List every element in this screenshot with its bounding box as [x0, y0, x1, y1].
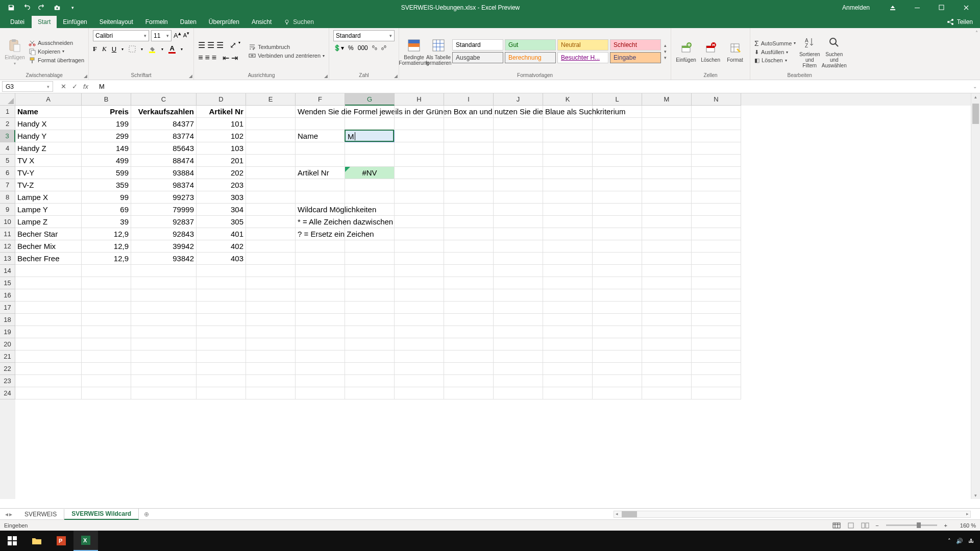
cell[interactable]: 102 — [197, 130, 246, 142]
cell[interactable]: Handy Z — [15, 142, 82, 155]
cell[interactable] — [395, 277, 444, 289]
cell[interactable] — [197, 265, 246, 277]
cell[interactable] — [543, 326, 593, 338]
cell[interactable] — [15, 326, 82, 338]
cell[interactable] — [345, 338, 395, 350]
share-button[interactable]: Teilen — [940, 16, 980, 28]
cell[interactable]: Wildcard Möglichkeiten — [296, 204, 345, 216]
cell[interactable] — [345, 228, 395, 240]
cell[interactable]: Verkaufszahlen — [131, 106, 197, 118]
cell[interactable] — [131, 277, 197, 289]
cell[interactable] — [296, 191, 345, 204]
decrease-decimal-icon[interactable]: ₀⁰ — [381, 44, 386, 52]
cell[interactable]: Name — [15, 106, 82, 118]
cell[interactable]: TV-Y — [15, 167, 82, 179]
find-select-button[interactable]: Suchen und Auswählen — [823, 34, 845, 68]
cell[interactable]: Artikel Nr — [197, 106, 246, 118]
dialog-launcher-icon[interactable]: ◢ — [324, 73, 328, 79]
cell[interactable] — [395, 106, 444, 118]
cell[interactable] — [296, 363, 345, 375]
cell[interactable]: TV X — [15, 155, 82, 167]
cell[interactable] — [296, 375, 345, 387]
cell[interactable] — [692, 326, 741, 338]
decrease-indent-icon[interactable]: ⇤ — [223, 53, 229, 63]
cell[interactable] — [395, 302, 444, 314]
cell[interactable] — [593, 118, 642, 130]
cell[interactable] — [692, 216, 741, 228]
row-header[interactable]: 22 — [0, 363, 15, 375]
cell[interactable] — [345, 118, 395, 130]
cell[interactable] — [131, 265, 197, 277]
cell[interactable] — [593, 130, 642, 142]
cell[interactable] — [543, 118, 593, 130]
row-header[interactable]: 16 — [0, 289, 15, 302]
cell[interactable] — [296, 326, 345, 338]
format-as-table-button[interactable]: Als Tabelle formatieren — [428, 37, 449, 66]
cell[interactable] — [593, 387, 642, 399]
cell[interactable]: 84377 — [131, 118, 197, 130]
cell[interactable] — [15, 338, 82, 350]
cell[interactable] — [692, 167, 741, 179]
cell[interactable] — [642, 155, 692, 167]
cell[interactable] — [593, 155, 642, 167]
style-berechnung[interactable]: Berechnung — [505, 52, 556, 63]
conditional-formatting-button[interactable]: Bedingte Formatierung — [403, 37, 425, 66]
cell[interactable] — [444, 265, 494, 277]
minimize-icon[interactable] — [905, 0, 929, 15]
cell[interactable] — [692, 253, 741, 265]
cell[interactable] — [642, 314, 692, 326]
cell[interactable] — [345, 265, 395, 277]
cell[interactable] — [494, 155, 543, 167]
cell[interactable] — [444, 277, 494, 289]
cell[interactable] — [246, 326, 296, 338]
sort-filter-button[interactable]: AZSortieren und Filtern — [799, 34, 820, 68]
tab-ueberpruefen[interactable]: Überprüfen — [203, 16, 246, 28]
cell[interactable] — [82, 289, 131, 302]
dialog-launcher-icon[interactable]: ◢ — [84, 73, 87, 79]
cell[interactable]: 83774 — [131, 130, 197, 142]
tab-einfuegen[interactable]: Einfügen — [57, 16, 93, 28]
cell[interactable] — [692, 277, 741, 289]
cell[interactable]: 12,9 — [82, 240, 131, 253]
cell[interactable] — [345, 191, 395, 204]
cell[interactable] — [15, 277, 82, 289]
cell[interactable] — [345, 240, 395, 253]
font-name-combo[interactable]: Calibri▾ — [93, 30, 149, 41]
row-header[interactable]: 24 — [0, 387, 15, 399]
cell[interactable] — [131, 338, 197, 350]
cell[interactable] — [444, 338, 494, 350]
cell[interactable] — [494, 204, 543, 216]
column-header[interactable]: M — [642, 93, 692, 106]
sheet-nav-next-icon[interactable]: ▸ — [9, 511, 12, 518]
wrap-text-button[interactable]: Textumbruch — [249, 43, 325, 51]
tab-daten[interactable]: Daten — [174, 16, 203, 28]
name-box[interactable]: G3▾ — [2, 81, 53, 92]
cell[interactable]: Artikel Nr — [296, 167, 345, 179]
cell[interactable] — [246, 289, 296, 302]
cell[interactable] — [593, 375, 642, 387]
cell[interactable] — [246, 179, 296, 191]
align-left-icon[interactable]: ≡ — [198, 53, 203, 63]
cell[interactable] — [642, 289, 692, 302]
cell[interactable] — [246, 253, 296, 265]
cell[interactable] — [444, 326, 494, 338]
cell[interactable] — [494, 191, 543, 204]
close-icon[interactable] — [954, 0, 978, 15]
cell[interactable]: 39942 — [131, 240, 197, 253]
cell[interactable]: TV-Z — [15, 179, 82, 191]
cell[interactable] — [246, 265, 296, 277]
cell[interactable] — [543, 106, 593, 118]
qat-customize-icon[interactable]: ▾ — [66, 2, 79, 14]
cell[interactable] — [494, 253, 543, 265]
cell[interactable] — [82, 363, 131, 375]
cell[interactable] — [395, 265, 444, 277]
cell[interactable]: Becher Mix — [15, 240, 82, 253]
increase-indent-icon[interactable]: ⇥ — [231, 53, 238, 63]
cell[interactable] — [494, 302, 543, 314]
cell[interactable] — [543, 314, 593, 326]
cell[interactable] — [345, 350, 395, 363]
cell[interactable] — [197, 326, 246, 338]
cell[interactable] — [345, 179, 395, 191]
cell[interactable] — [15, 387, 82, 399]
cell[interactable] — [131, 326, 197, 338]
